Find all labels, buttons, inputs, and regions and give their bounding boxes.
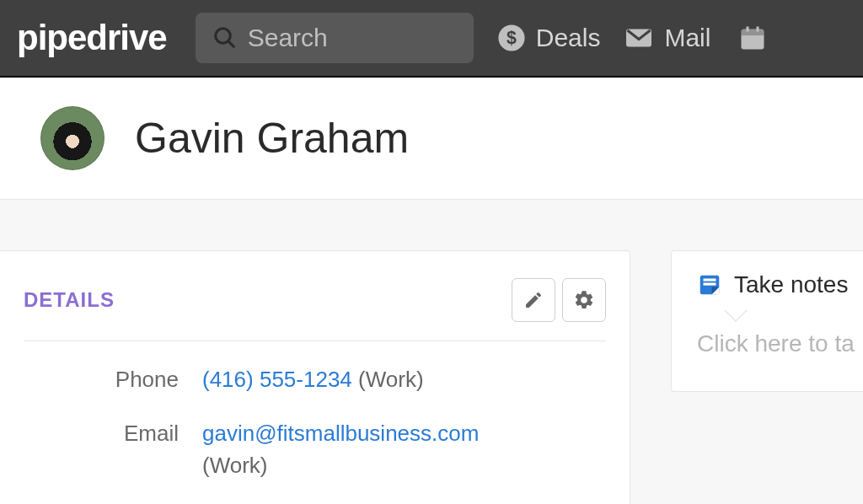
svg-rect-11 — [704, 283, 716, 286]
person-name: Gavin Graham — [135, 114, 409, 163]
edit-button[interactable] — [512, 278, 555, 322]
settings-button[interactable] — [562, 278, 606, 322]
notes-placeholder[interactable]: Click here to ta — [697, 330, 863, 357]
email-type: (Work) — [202, 453, 268, 478]
topbar: pipedrive $ Deals Mail — [0, 0, 863, 78]
field-email: Email gavin@fitsmallbusiness.com (Work) — [24, 417, 606, 481]
svg-rect-6 — [742, 29, 764, 36]
phone-link[interactable]: (416) 555-1234 — [202, 367, 352, 392]
nav-deals[interactable]: $ Deals — [497, 24, 601, 52]
svg-point-0 — [215, 29, 230, 44]
nav-mail-label: Mail — [664, 24, 710, 52]
search-icon — [212, 25, 238, 51]
notes-tab-pointer — [724, 310, 748, 322]
calendar-icon — [737, 23, 768, 53]
email-link[interactable]: gavin@fitsmallbusiness.com — [202, 421, 479, 446]
field-phone: Phone (416) 555-1234 (Work) — [24, 363, 606, 395]
svg-text:$: $ — [507, 28, 517, 48]
field-phone-label: Phone — [24, 363, 202, 395]
search-box[interactable] — [196, 13, 474, 63]
search-input[interactable] — [248, 24, 457, 52]
mail-icon — [624, 23, 654, 53]
details-actions — [512, 278, 606, 322]
phone-type: (Work) — [358, 367, 424, 392]
gear-icon — [573, 289, 595, 311]
nav-calendar[interactable] — [737, 23, 768, 53]
field-email-label: Email — [24, 417, 202, 449]
divider — [24, 340, 606, 341]
svg-rect-10 — [704, 279, 716, 281]
notes-card: Take notes Click here to ta — [671, 250, 863, 392]
notes-tab-label: Take notes — [734, 271, 848, 298]
details-card: DETAILS Phone (416) 555-1234 (Work — [0, 250, 630, 504]
brand-logo: pipedrive — [17, 18, 167, 58]
body-area: DETAILS Phone (416) 555-1234 (Work — [0, 200, 863, 504]
details-title: DETAILS — [24, 288, 115, 312]
svg-line-1 — [228, 41, 234, 47]
notes-tab[interactable]: Take notes — [697, 271, 863, 298]
details-head: DETAILS — [24, 278, 606, 322]
field-phone-value: (416) 555-1234 (Work) — [202, 363, 424, 395]
nav-deals-label: Deals — [536, 24, 601, 52]
field-email-value: gavin@fitsmallbusiness.com (Work) — [202, 417, 479, 481]
pencil-icon — [523, 290, 544, 310]
person-header: Gavin Graham — [0, 78, 863, 200]
avatar[interactable] — [40, 106, 105, 170]
nav-mail[interactable]: Mail — [624, 23, 710, 53]
note-icon — [697, 272, 722, 298]
dollar-circle-icon: $ — [497, 24, 526, 52]
